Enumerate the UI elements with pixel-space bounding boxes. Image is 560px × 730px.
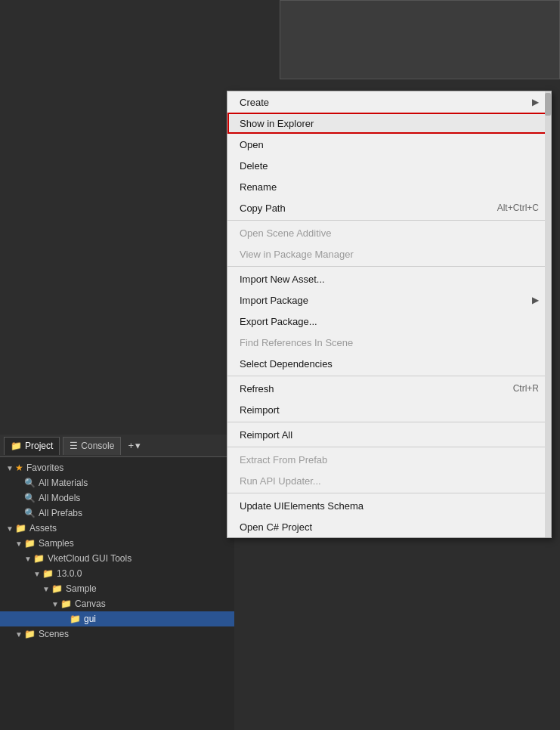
run-api-updater-label: Run API Updater...: [240, 475, 321, 487]
console-tab-label: Console: [81, 441, 114, 451]
menu-item-delete[interactable]: Delete: [227, 155, 551, 176]
separator-1: [227, 220, 551, 221]
all-materials-label: All Materials: [39, 478, 88, 488]
arrow-down-icon-2: ▼: [6, 524, 15, 533]
folder-icon-vketcloud: 📁: [33, 553, 45, 564]
reimport-all-label: Reimport All: [240, 429, 292, 441]
arrow-down-icon: ▼: [6, 464, 15, 472]
folder-icon-scenes: 📁: [24, 629, 36, 639]
search-icon-2: 🔍: [24, 493, 36, 503]
menu-item-run-api-updater: Run API Updater...: [227, 470, 551, 491]
find-references-label: Find References In Scene: [240, 337, 353, 348]
folder-icon: 📁: [11, 441, 22, 451]
menu-item-select-dependencies[interactable]: Select Dependencies: [227, 353, 551, 374]
menu-item-extract-from-prefab: Extract From Prefab: [227, 449, 551, 470]
separator-3: [227, 376, 551, 376]
tree-item-canvas[interactable]: ▼ 📁 Canvas: [0, 596, 234, 611]
star-icon: ★: [15, 462, 23, 473]
update-uielements-label: Update UIElements Schema: [240, 500, 364, 512]
console-icon: ☰: [70, 441, 78, 451]
menu-item-import-new-asset[interactable]: Import New Asset...: [227, 268, 551, 289]
menu-item-reimport-all[interactable]: Reimport All: [227, 424, 551, 445]
menu-item-open-scene-additive: Open Scene Additive: [227, 222, 551, 243]
delete-label: Delete: [240, 160, 268, 172]
arrow-down-icon-6: ▼: [42, 585, 51, 593]
tree-item-all-prefabs[interactable]: 🔍 All Prefabs: [0, 506, 234, 521]
open-label: Open: [240, 139, 264, 150]
folder-icon-canvas: 📁: [60, 599, 72, 609]
refresh-label: Refresh: [240, 383, 274, 394]
select-dependencies-label: Select Dependencies: [240, 358, 333, 370]
arrow-down-icon-8: ▼: [15, 630, 24, 639]
view-in-package-manager-label: View in Package Manager: [240, 249, 354, 260]
add-button[interactable]: + ▾: [124, 438, 144, 453]
import-package-label: Import Package: [240, 295, 308, 306]
export-package-label: Export Package...: [240, 316, 317, 327]
import-package-arrow-icon: ▶: [532, 295, 539, 305]
menu-item-reimport[interactable]: Reimport: [227, 399, 551, 420]
import-new-asset-label: Import New Asset...: [240, 274, 325, 285]
copy-path-label: Copy Path: [240, 203, 286, 214]
tree-item-all-materials[interactable]: 🔍 All Materials: [0, 475, 234, 490]
menu-item-view-in-package-manager: View in Package Manager: [227, 243, 551, 264]
menu-item-update-uielements[interactable]: Update UIElements Schema: [227, 495, 551, 516]
menu-item-show-in-explorer[interactable]: Show in Explorer: [227, 113, 551, 134]
menu-item-copy-path[interactable]: Copy Path Alt+Ctrl+C: [227, 197, 551, 218]
scrollbar-thumb[interactable]: [545, 93, 551, 116]
arrow-down-icon-7: ▼: [51, 600, 60, 608]
plus-label: +: [128, 440, 134, 451]
tree-item-sample[interactable]: ▼ 📁 Sample: [0, 581, 234, 596]
tree-item-samples[interactable]: ▼ 📁 Samples: [0, 536, 234, 551]
refresh-shortcut: Ctrl+R: [513, 383, 539, 394]
menu-item-refresh[interactable]: Refresh Ctrl+R: [227, 378, 551, 399]
folder-icon-sample: 📁: [51, 583, 63, 594]
all-prefabs-label: All Prefabs: [39, 508, 82, 518]
add-arrow-icon: ▾: [135, 440, 141, 451]
scenes-label: Scenes: [39, 629, 69, 639]
tab-console[interactable]: ☰ Console: [63, 437, 121, 455]
folder-icon-assets: 📁: [15, 523, 26, 534]
show-in-explorer-label: Show in Explorer: [240, 118, 314, 129]
context-menu: Create ▶ Show in Explorer Open Delete Re…: [227, 91, 552, 538]
copy-path-shortcut: Alt+Ctrl+C: [497, 203, 539, 213]
reimport-label: Reimport: [240, 404, 280, 416]
folder-icon-version: 📁: [42, 568, 54, 579]
gui-label: gui: [84, 614, 96, 624]
scrollbar[interactable]: [545, 91, 551, 537]
project-tab-label: Project: [25, 441, 53, 451]
search-icon: 🔍: [24, 478, 36, 488]
tree-item-scenes[interactable]: ▼ 📁 Scenes: [0, 626, 234, 642]
tree-item-version[interactable]: ▼ 📁 13.0.0: [0, 566, 234, 581]
tree-item-gui[interactable]: 📁 gui: [0, 611, 234, 626]
tab-project[interactable]: 📁 Project: [4, 437, 60, 455]
separator-2: [227, 266, 551, 267]
favorites-label: Favorites: [26, 462, 63, 473]
extract-from-prefab-label: Extract From Prefab: [240, 454, 327, 466]
menu-item-open[interactable]: Open: [227, 134, 551, 155]
menu-item-open-csharp[interactable]: Open C# Project: [227, 516, 551, 537]
all-models-label: All Models: [39, 493, 80, 503]
menu-item-rename[interactable]: Rename: [227, 176, 551, 197]
separator-6: [227, 493, 551, 493]
version-label: 13.0.0: [57, 568, 82, 579]
arrow-placeholder: [60, 615, 70, 623]
menu-item-find-references: Find References In Scene: [227, 332, 551, 353]
open-csharp-label: Open C# Project: [240, 521, 312, 533]
folder-icon-gui: 📁: [70, 614, 81, 624]
folder-icon-samples: 📁: [24, 538, 36, 549]
canvas-label: Canvas: [75, 599, 106, 609]
menu-item-import-package[interactable]: Import Package ▶: [227, 289, 551, 311]
vketcloud-label: VketCloud GUI Tools: [48, 553, 131, 564]
separator-4: [227, 422, 551, 422]
menu-item-create[interactable]: Create ▶: [227, 91, 551, 113]
sample-label: Sample: [66, 583, 97, 594]
samples-label: Samples: [39, 538, 74, 549]
assets-label: Assets: [29, 523, 57, 534]
menu-item-export-package[interactable]: Export Package...: [227, 311, 551, 332]
tree-item-vketcloud[interactable]: ▼ 📁 VketCloud GUI Tools: [0, 551, 234, 566]
tree-item-favorites[interactable]: ▼ ★ Favorites: [0, 460, 234, 475]
arrow-down-icon-5: ▼: [33, 570, 42, 578]
tree-item-assets[interactable]: ▼ 📁 Assets: [0, 521, 234, 536]
submenu-arrow-icon: ▶: [532, 97, 539, 107]
tree-item-all-models[interactable]: 🔍 All Models: [0, 490, 234, 506]
